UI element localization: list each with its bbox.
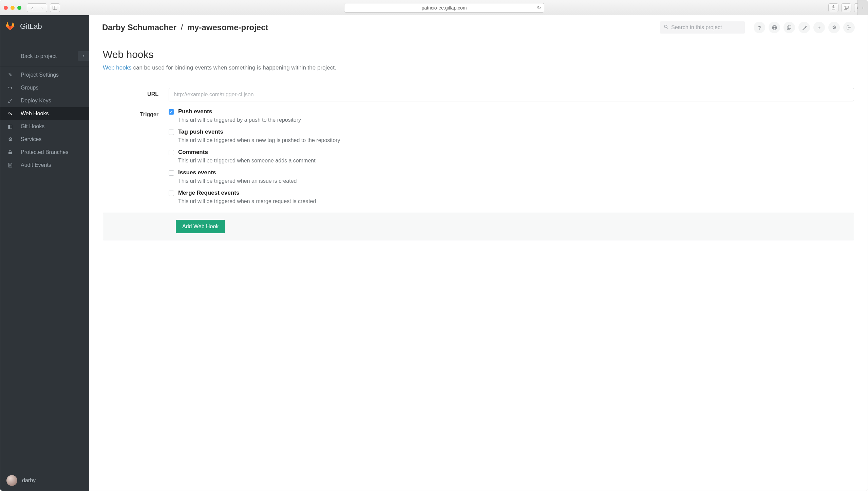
breadcrumb-separator: /: [178, 23, 185, 32]
trigger-desc: This url will be triggered when an issue…: [178, 178, 297, 184]
trigger-push-events[interactable]: Push events This url will be triggered b…: [169, 108, 854, 123]
share-icon: ↪: [7, 85, 13, 91]
sidebar-item-audit-events[interactable]: Audit Events: [0, 159, 89, 172]
gears-icon: ⚙: [7, 136, 13, 142]
nav-forward-button[interactable]: ›: [37, 3, 47, 12]
svg-rect-0: [53, 6, 57, 9]
trigger-desc: This url will be triggered when a new ta…: [178, 137, 340, 143]
trigger-desc: This url will be triggered when someone …: [178, 158, 316, 164]
main-content: Darby Schumacher / my-awesome-project ?: [89, 15, 868, 491]
avatar: [6, 475, 17, 486]
svg-rect-7: [8, 152, 12, 154]
sidebar-item-label: Git Hooks: [21, 123, 44, 130]
url-label: URL: [104, 88, 169, 97]
breadcrumb: Darby Schumacher / my-awesome-project: [102, 23, 268, 32]
sidebar-back-to-project[interactable]: Back to project: [0, 50, 89, 63]
sidebar-item-label: Services: [21, 136, 41, 142]
svg-rect-4: [845, 6, 848, 8]
project-search[interactable]: [660, 21, 745, 34]
brand[interactable]: GitLab: [0, 15, 89, 38]
trigger-comments[interactable]: Comments This url will be triggered when…: [169, 149, 854, 164]
sidebar-item-deploy-keys[interactable]: Deploy Keys: [0, 94, 89, 107]
sidebar-current-user[interactable]: darby: [0, 470, 89, 491]
breadcrumb-project[interactable]: my-awesome-project: [187, 23, 268, 32]
svg-point-8: [664, 25, 667, 28]
explore-button[interactable]: [769, 22, 780, 33]
close-window-button[interactable]: [4, 6, 8, 10]
gitlab-logo-icon: [5, 21, 15, 32]
divider: [103, 79, 854, 79]
sidebar-item-project-settings[interactable]: ✎ Project Settings: [0, 68, 89, 81]
add-web-hook-button[interactable]: Add Web Hook: [176, 220, 225, 233]
sign-out-button[interactable]: [843, 22, 855, 33]
sidebar-toggle-button[interactable]: [50, 3, 60, 12]
lock-icon: [7, 150, 13, 155]
share-button[interactable]: [828, 3, 838, 12]
tabs-button[interactable]: [841, 3, 851, 12]
trigger-title: Issues events: [178, 169, 297, 176]
brand-label: GitLab: [20, 22, 42, 31]
sidebar-item-label: Web Hooks: [21, 111, 49, 117]
page-title: Web hooks: [103, 49, 854, 60]
trigger-issues-events[interactable]: Issues events This url will be triggered…: [169, 169, 854, 184]
sidebar-collapse-button[interactable]: ‹: [78, 51, 89, 61]
trigger-desc: This url will be triggered when a merge …: [178, 198, 316, 204]
help-button[interactable]: ?: [754, 22, 765, 33]
divider: [0, 66, 89, 66]
checkbox[interactable]: [169, 130, 174, 135]
breadcrumb-owner[interactable]: Darby Schumacher: [102, 23, 176, 32]
sidebar-item-label: Audit Events: [21, 162, 51, 168]
sidebar-item-web-hooks[interactable]: Web Hooks: [0, 107, 89, 120]
new-tab-button[interactable]: +: [857, 0, 868, 15]
link-icon: [7, 111, 13, 116]
checkbox[interactable]: [169, 150, 174, 155]
window-controls: [4, 6, 21, 10]
sidebar-item-label: Protected Branches: [21, 149, 69, 155]
browser-chrome: ‹ › patricio-ee.gitlap.com ↻ +: [0, 0, 868, 15]
address-bar[interactable]: patricio-ee.gitlap.com ↻: [344, 3, 544, 13]
sidebar-item-git-hooks[interactable]: ◧ Git Hooks: [0, 120, 89, 133]
search-input[interactable]: [671, 24, 741, 31]
page-description-text: can be used for binding events when some…: [132, 64, 336, 71]
admin-button[interactable]: [798, 22, 810, 33]
new-button[interactable]: +: [813, 22, 825, 33]
sidebar-item-groups[interactable]: ↪ Groups: [0, 81, 89, 94]
trigger-title: Merge Request events: [178, 190, 316, 196]
key-icon: [7, 98, 13, 103]
sidebar-item-label: Project Settings: [21, 72, 59, 78]
search-icon: [664, 25, 668, 30]
username-label: darby: [22, 477, 36, 484]
reload-icon[interactable]: ↻: [537, 5, 541, 11]
trigger-label: Trigger: [104, 108, 169, 118]
checkbox[interactable]: [169, 109, 174, 115]
url-input[interactable]: [169, 88, 854, 101]
file-icon: [7, 163, 13, 168]
trigger-desc: This url will be triggered by a push to …: [178, 117, 301, 123]
nav-back-button[interactable]: ‹: [27, 3, 37, 12]
webhooks-doc-link[interactable]: Web hooks: [103, 64, 132, 71]
trigger-tag-push-events[interactable]: Tag push events This url will be trigger…: [169, 129, 854, 143]
trigger-title: Tag push events: [178, 129, 340, 135]
minimize-window-button[interactable]: [11, 6, 15, 10]
sidebar-item-protected-branches[interactable]: Protected Branches: [0, 146, 89, 159]
project-header: Darby Schumacher / my-awesome-project ?: [89, 15, 868, 40]
sidebar-item-services[interactable]: ⚙ Services: [0, 133, 89, 146]
sidebar: GitLab ‹ Back to project ✎ Project Setti…: [0, 15, 89, 491]
checkbox[interactable]: [169, 170, 174, 176]
trigger-title: Push events: [178, 108, 301, 115]
copy-button[interactable]: [784, 22, 795, 33]
trigger-title: Comments: [178, 149, 316, 156]
page-description: Web hooks can be used for binding events…: [103, 64, 854, 71]
sidebar-item-label: Deploy Keys: [21, 98, 51, 104]
svg-rect-14: [788, 25, 791, 29]
zoom-window-button[interactable]: [17, 6, 21, 10]
git-icon: ◧: [7, 123, 13, 130]
checkbox[interactable]: [169, 191, 174, 196]
form-footer: Add Web Hook: [103, 213, 854, 240]
edit-icon: ✎: [7, 72, 13, 78]
sidebar-item-label: Back to project: [21, 53, 57, 59]
sidebar-item-label: Groups: [21, 85, 38, 91]
address-bar-text: patricio-ee.gitlap.com: [421, 5, 467, 11]
trigger-merge-request-events[interactable]: Merge Request events This url will be tr…: [169, 190, 854, 204]
settings-button[interactable]: ⚙: [828, 22, 840, 33]
